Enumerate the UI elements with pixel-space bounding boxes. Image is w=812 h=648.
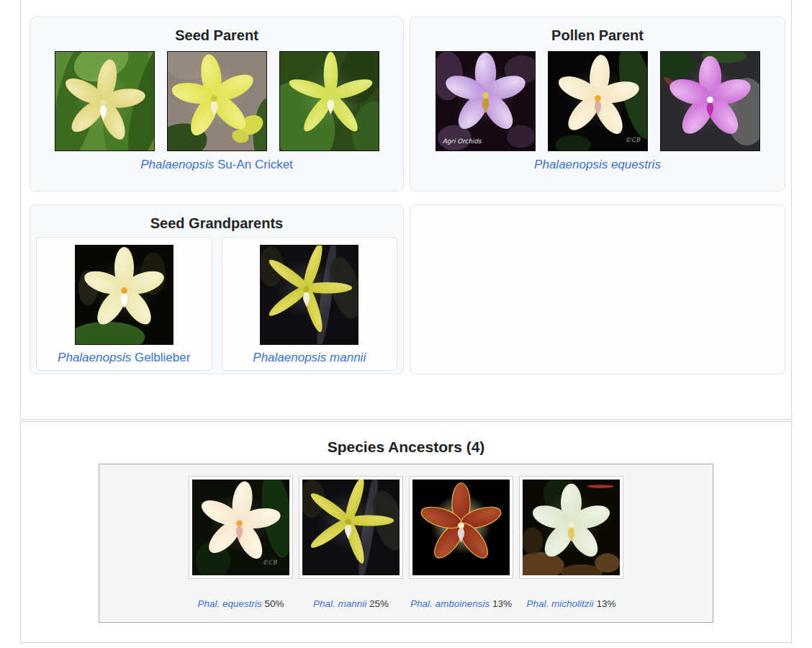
genus-name: Phalaenopsis xyxy=(58,351,131,364)
species-row: ©CB Phal. equestris 50% Phal. mannii 25%… xyxy=(99,476,713,610)
seed-parent-panel: Seed Parent Phalaenopsis Su-An Cricket xyxy=(30,17,404,192)
orchid-photo-gelblieber[interactable] xyxy=(75,245,173,345)
orchid-photo-mannii[interactable] xyxy=(260,245,358,345)
pollen-parent-title: Pollen Parent xyxy=(410,17,785,44)
ancestry-percent: 25% xyxy=(369,598,389,609)
orchid-photo-sp-equestris[interactable]: ©CB xyxy=(189,476,293,579)
species-figure-micholitzii: Phal. micholitzii 13% xyxy=(519,476,623,610)
seed-grandparents-grid: Phalaenopsis Gelblieber Phalaenopsis man… xyxy=(30,237,403,371)
species-caption: Phal. amboinensis 13% xyxy=(409,598,513,610)
parents-container: Seed Parent Phalaenopsis Su-An Cricket P… xyxy=(20,0,792,420)
parents-grid: Seed Parent Phalaenopsis Su-An Cricket P… xyxy=(30,17,784,374)
orchid-photo-sp-micholitzii[interactable] xyxy=(519,476,623,579)
pollen-parent-photos: Agri Orchids ©CB xyxy=(410,51,785,151)
seed-parent-title: Seed Parent xyxy=(30,17,403,44)
orchid-photo-equestris-1[interactable]: Agri Orchids xyxy=(436,51,536,151)
species-name: Phalaenopsis mannii xyxy=(253,351,366,364)
pedigree-page: Seed Parent Phalaenopsis Su-An Cricket P… xyxy=(0,0,812,648)
species-caption: Phal. mannii 25% xyxy=(299,598,403,610)
species-link-amboinensis[interactable]: Phal. amboinensis xyxy=(410,598,490,609)
grandparent-card-mannii: Phalaenopsis mannii xyxy=(222,237,398,371)
orchid-photo-su-an-cricket-3[interactable] xyxy=(279,51,379,151)
species-ancestors-box: ©CB Phal. equestris 50% Phal. mannii 25%… xyxy=(99,464,713,623)
species-figure-amboinensis: Phal. amboinensis 13% xyxy=(409,476,513,610)
orchid-photo-equestris-2[interactable]: ©CB xyxy=(548,51,648,151)
grandparent-link-mannii[interactable]: Phalaenopsis mannii xyxy=(222,350,397,365)
orchid-photo-sp-mannii[interactable] xyxy=(299,476,403,579)
pollen-parent-panel: Pollen Parent Agri Orchids ©CB Phalaenop… xyxy=(410,17,785,192)
orchid-photo-su-an-cricket-1[interactable] xyxy=(55,51,155,151)
hybrid-name: Gelblieber xyxy=(135,351,191,364)
ancestry-percent: 13% xyxy=(492,598,512,609)
species-name: Phalaenopsis equestris xyxy=(534,158,661,171)
ancestry-percent: 50% xyxy=(265,598,284,609)
species-link-equestris[interactable]: Phal. equestris xyxy=(197,598,261,609)
species-figure-equestris: ©CB Phal. equestris 50% xyxy=(189,476,293,610)
seed-grandparents-title: Seed Grandparents xyxy=(30,205,403,232)
svg-text:©CB: ©CB xyxy=(625,136,641,143)
seed-parent-link[interactable]: Phalaenopsis Su-An Cricket xyxy=(30,157,403,172)
orchid-photo-sp-amboinensis[interactable] xyxy=(409,476,513,579)
grandparent-link-gelblieber[interactable]: Phalaenopsis Gelblieber xyxy=(37,350,212,365)
species-figure-mannii: Phal. mannii 25% xyxy=(299,476,403,610)
species-caption: Phal. micholitzii 13% xyxy=(519,598,623,610)
species-link-mannii[interactable]: Phal. mannii xyxy=(313,598,366,609)
grandparent-card-gelblieber: Phalaenopsis Gelblieber xyxy=(36,237,212,371)
ancestry-percent: 13% xyxy=(596,598,615,609)
seed-grandparents-panel: Seed Grandparents Phalaenopsis Gelbliebe… xyxy=(30,204,404,374)
pollen-grandparents-empty-panel xyxy=(410,204,785,374)
seed-parent-photos xyxy=(30,51,403,151)
species-ancestors-title: Species Ancestors (4) xyxy=(21,438,791,456)
hybrid-name: Su-An Cricket xyxy=(217,158,293,171)
species-caption: Phal. equestris 50% xyxy=(189,598,293,610)
orchid-photo-equestris-3[interactable] xyxy=(660,51,760,151)
orchid-photo-su-an-cricket-2[interactable] xyxy=(167,51,267,151)
species-link-micholitzii[interactable]: Phal. micholitzii xyxy=(527,598,594,609)
pollen-parent-link[interactable]: Phalaenopsis equestris xyxy=(410,157,785,172)
svg-text:©CB: ©CB xyxy=(262,559,278,566)
species-ancestors-container: Species Ancestors (4) ©CB Phal. equestri… xyxy=(20,421,792,643)
genus-name: Phalaenopsis xyxy=(140,158,214,171)
svg-text:Agri Orchids: Agri Orchids xyxy=(442,138,482,145)
